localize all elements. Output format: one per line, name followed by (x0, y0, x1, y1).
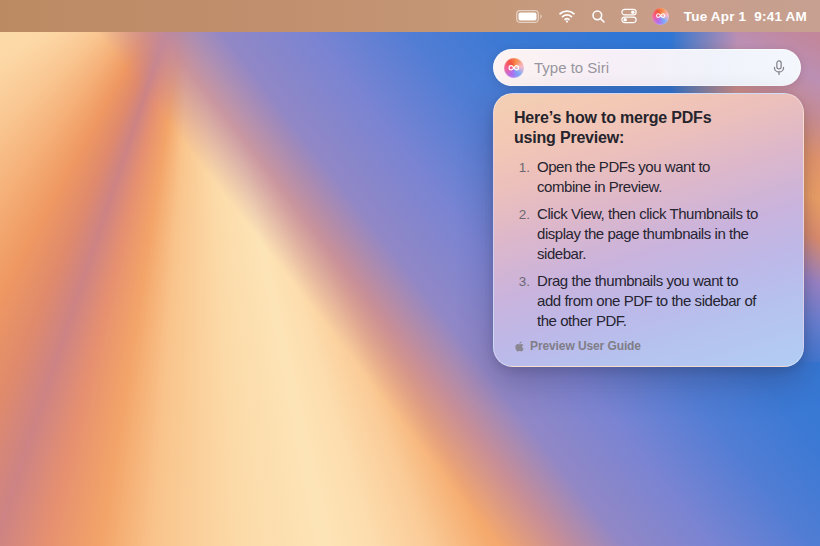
control-center-icon[interactable] (621, 7, 637, 25)
siri-icon[interactable] (652, 8, 669, 25)
source-label: Preview User Guide (530, 339, 641, 353)
steps-list: 1. Open the PDFs you want to combine in … (514, 157, 781, 331)
menu-bar: Tue Apr 1 9:41 AM (0, 0, 820, 32)
list-item: 1. Open the PDFs you want to combine in … (514, 157, 781, 197)
step-number: 3. (514, 271, 530, 331)
siri-response-card: Here’s how to merge PDFs using Preview: … (493, 93, 804, 367)
menu-bar-clock[interactable]: Tue Apr 1 9:41 AM (684, 9, 807, 24)
step-text: Drag the thumbnails you want to add from… (537, 271, 756, 331)
siri-orb-icon (504, 58, 524, 78)
menu-bar-status-items: Tue Apr 1 9:41 AM (516, 7, 807, 25)
step-number: 1. (514, 157, 530, 197)
siri-input[interactable] (493, 49, 801, 86)
microphone-icon[interactable] (768, 57, 790, 79)
apple-logo-icon (514, 340, 525, 353)
list-item: 3. Drag the thumbnails you want to add f… (514, 271, 781, 331)
step-text: Open the PDFs you want to combine in Pre… (537, 157, 710, 197)
wifi-icon[interactable] (558, 7, 576, 25)
spotlight-search-icon[interactable] (591, 7, 606, 25)
step-number: 2. (514, 204, 530, 264)
siri-text-field[interactable] (532, 58, 760, 77)
list-item: 2. Click View, then click Thumbnails to … (514, 204, 781, 264)
menu-bar-date: Tue Apr 1 (684, 9, 747, 24)
card-heading: Here’s how to merge PDFs using Preview: (514, 108, 781, 148)
battery-icon[interactable] (516, 7, 543, 25)
step-text: Click View, then click Thumbnails to dis… (537, 204, 758, 264)
menu-bar-time: 9:41 AM (754, 9, 807, 24)
source-link[interactable]: Preview User Guide (514, 339, 781, 353)
